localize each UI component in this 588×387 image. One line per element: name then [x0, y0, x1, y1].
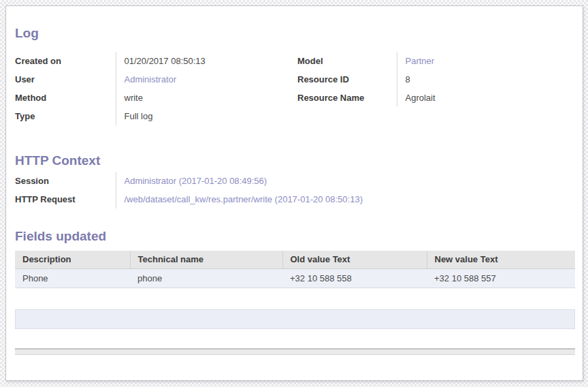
- field-row-type: Type Full log: [15, 107, 206, 125]
- field-row-created-on: Created on 01/20/2017 08:50:13: [15, 52, 206, 70]
- cell-new-value: +32 10 588 557: [427, 268, 575, 288]
- cell-old-value: +32 10 588 558: [282, 268, 427, 288]
- http-context-field-group: Session Administrator (2017-01-20 08:49:…: [15, 172, 363, 208]
- field-row-method: Method write: [15, 89, 206, 107]
- column-header-description: Description: [15, 251, 130, 268]
- model-link[interactable]: Partner: [406, 56, 435, 66]
- field-row-model: Model Partner: [297, 52, 436, 70]
- field-row-resource-id: Resource ID 8: [297, 70, 436, 89]
- field-label-resource-name: Resource Name: [297, 89, 397, 107]
- field-value-user: Administrator: [116, 70, 206, 89]
- field-row-http-request: HTTP Request /web/dataset/call_kw/res.pa…: [15, 190, 363, 208]
- section-title-fields-updated: Fields updated: [15, 230, 106, 243]
- log-field-group-left: Created on 01/20/2017 08:50:13 User Admi…: [15, 52, 206, 125]
- field-value-session: Administrator (2017-01-20 08:49:56): [116, 172, 363, 190]
- user-link[interactable]: Administrator: [125, 74, 177, 84]
- field-value-model: Partner: [397, 52, 436, 70]
- field-label-created-on: Created on: [15, 52, 116, 70]
- column-header-technical-name: Technical name: [130, 251, 282, 268]
- session-link[interactable]: Administrator (2017-01-20 08:49:56): [125, 176, 267, 186]
- table-header-row: Description Technical name Old value Tex…: [15, 251, 575, 268]
- list-footer-band: [15, 348, 575, 355]
- field-label-resource-id: Resource ID: [297, 70, 397, 89]
- cell-technical-name: phone: [130, 268, 282, 288]
- field-value-created-on: 01/20/2017 08:50:13: [116, 52, 206, 70]
- field-label-session: Session: [15, 172, 116, 190]
- field-label-model: Model: [297, 52, 397, 70]
- field-row-resource-name: Resource Name Agrolait: [297, 89, 436, 107]
- field-value-resource-id: 8: [397, 70, 436, 89]
- field-value-method: write: [116, 89, 206, 107]
- field-row-user: User Administrator: [15, 70, 206, 89]
- http-request-link[interactable]: /web/dataset/call_kw/res.partner/write (…: [125, 194, 363, 204]
- empty-list-row-band: [15, 309, 575, 329]
- cell-description: Phone: [15, 268, 130, 288]
- section-title-http-context: HTTP Context: [15, 154, 100, 168]
- field-label-type: Type: [15, 107, 116, 125]
- section-title-log: Log: [15, 27, 39, 40]
- field-label-user: User: [15, 70, 116, 89]
- content-panel: Log Created on 01/20/2017 08:50:13 User …: [5, 5, 583, 381]
- field-value-http-request: /web/dataset/call_kw/res.partner/write (…: [116, 190, 363, 208]
- field-value-type: Full log: [116, 107, 206, 125]
- field-label-http-request: HTTP Request: [15, 190, 116, 208]
- field-label-method: Method: [15, 89, 116, 107]
- column-header-new-value: New value Text: [427, 251, 575, 268]
- table-row-phone[interactable]: Phone phone +32 10 588 558 +32 10 588 55…: [15, 268, 575, 288]
- column-header-old-value: Old value Text: [282, 251, 427, 268]
- log-field-group-right: Model Partner Resource ID 8 Resource Nam…: [297, 52, 436, 107]
- field-value-resource-name: Agrolait: [397, 89, 436, 107]
- fields-updated-table: Description Technical name Old value Tex…: [15, 251, 575, 288]
- field-row-session: Session Administrator (2017-01-20 08:49:…: [15, 172, 363, 190]
